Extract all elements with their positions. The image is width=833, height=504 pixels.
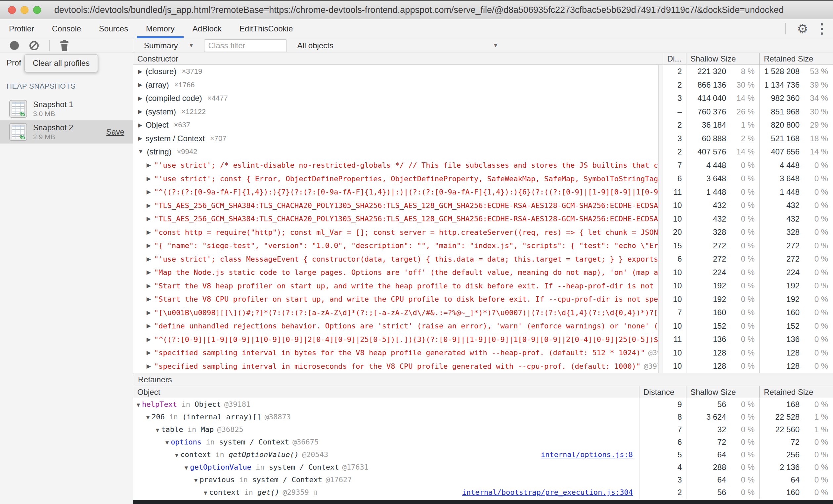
- zoom-window-button[interactable]: [33, 6, 41, 14]
- scrollbar-track[interactable]: [658, 293, 663, 306]
- scrollbar-track[interactable]: [658, 92, 663, 105]
- minimize-window-button[interactable]: [21, 6, 28, 14]
- close-window-button[interactable]: [8, 6, 16, 14]
- scrollbar-track[interactable]: [658, 239, 663, 253]
- table-row[interactable]: ▶"TLS_AES_256_GCM_SHA384:TLS_CHACHA20_PO…: [133, 199, 833, 212]
- table-row[interactable]: ▶"specified sampling interval in bytes f…: [133, 346, 833, 360]
- collapse-icon[interactable]: ▼: [137, 402, 140, 408]
- tab-profiler[interactable]: Profiler: [0, 19, 43, 38]
- column-header-distance[interactable]: Di...: [663, 53, 686, 65]
- table-row[interactable]: ▶"specified sampling interval in microse…: [133, 359, 833, 373]
- retainer-row[interactable]: ▼table in Map@368257320 %22 5601 %: [133, 423, 833, 436]
- class-filter-input[interactable]: [204, 39, 287, 52]
- snapshot-item[interactable]: %Snapshot 13.0 MB: [0, 97, 133, 120]
- table-row[interactable]: ▶"^((?:[0-9]|[1-9][0-9]|1[0-9][0-9]|2[0-…: [133, 333, 833, 346]
- tab-sources[interactable]: Sources: [90, 19, 137, 38]
- perspective-select[interactable]: Summary: [144, 41, 178, 50]
- expand-icon[interactable]: ▶: [138, 68, 142, 75]
- clear-all-profiles-button[interactable]: [29, 40, 39, 51]
- retainer-row[interactable]: ▼206 in (internal array)[]@3887383 6240 …: [133, 411, 833, 423]
- table-row[interactable]: ▶"const http = require("http"); const ml…: [133, 225, 833, 239]
- table-row[interactable]: ▶"define unhandled rejections behavior. …: [133, 319, 833, 333]
- table-row[interactable]: ▶(system)×12122–760 37626 %851 96830 %: [133, 105, 833, 119]
- collapse-icon[interactable]: ▼: [156, 427, 159, 433]
- more-options-menu-icon[interactable]: [819, 22, 825, 36]
- table-row[interactable]: ▶(closure)×37192221 3208 %1 528 20853 %: [133, 65, 833, 78]
- expand-icon[interactable]: ▶: [138, 81, 142, 88]
- retainer-row[interactable]: ▼previous in system / Context@176273640 …: [133, 474, 833, 486]
- expand-icon[interactable]: ▶: [138, 95, 142, 102]
- record-heap-snapshot-button[interactable]: [10, 41, 19, 50]
- table-row[interactable]: ▶"Start the V8 CPU profiler on start up,…: [133, 293, 833, 306]
- column-header-distance[interactable]: Distance: [639, 386, 686, 398]
- retainer-row[interactable]: ▼context in getOptionValue()@20543intern…: [133, 449, 833, 461]
- settings-gear-icon[interactable]: ⚙: [797, 23, 808, 35]
- expand-icon[interactable]: ▶: [146, 215, 151, 222]
- table-row[interactable]: ▶"Start the V8 heap profiler on start up…: [133, 279, 833, 293]
- scrollbar-track[interactable]: [658, 225, 663, 239]
- scrollbar-track[interactable]: [658, 145, 663, 159]
- table-row[interactable]: ▶"TLS_AES_256_GCM_SHA384:TLS_CHACHA20_PO…: [133, 212, 833, 226]
- table-row[interactable]: ▶"^((?:(?:[0-9a-fA-F]{1,4}):){7}(?:(?:[0…: [133, 186, 833, 199]
- retainer-row[interactable]: ▼getOptionValue in system / Context@1763…: [133, 461, 833, 474]
- expand-icon[interactable]: ▶: [138, 108, 142, 115]
- collapse-icon[interactable]: ▼: [194, 477, 197, 483]
- column-header-shallow-size[interactable]: Shallow Size: [686, 386, 759, 398]
- tab-editthiscookie[interactable]: EditThisCookie: [231, 19, 302, 38]
- expand-icon[interactable]: ▶: [146, 363, 151, 370]
- expand-icon[interactable]: ▶: [146, 189, 151, 195]
- expand-icon[interactable]: ▶: [146, 336, 151, 343]
- scrollbar-track[interactable]: [658, 65, 663, 78]
- retainer-row[interactable]: ▼helpText in Object@391819560 %1680 %: [133, 398, 833, 411]
- scrollbar-track[interactable]: [658, 346, 663, 360]
- snapshot-item[interactable]: %Snapshot 22.9 MBSave: [0, 120, 133, 144]
- scrollbar-track[interactable]: [658, 132, 663, 145]
- scrollbar-track[interactable]: [658, 333, 663, 346]
- expand-icon[interactable]: ▶: [138, 122, 142, 129]
- expand-icon[interactable]: ▶: [146, 296, 151, 303]
- scrollbar-track[interactable]: [658, 78, 663, 92]
- expand-icon[interactable]: ▶: [146, 269, 151, 276]
- retainers-section-title[interactable]: Retainers: [133, 373, 833, 386]
- table-row[interactable]: ▶"{ "name": "siege-test", "version": "1.…: [133, 239, 833, 253]
- expand-icon[interactable]: ▶: [146, 256, 151, 263]
- partially-visible-selected-row[interactable]: [133, 500, 833, 504]
- scrollbar-track[interactable]: [658, 252, 663, 266]
- scrollbar-track[interactable]: [658, 212, 663, 226]
- expand-icon[interactable]: ▶: [146, 349, 151, 356]
- expand-icon[interactable]: ▶: [146, 309, 151, 316]
- scrollbar-track[interactable]: [658, 266, 663, 280]
- table-row[interactable]: ▼(string)×99422407 57614 %407 65614 %: [133, 145, 833, 159]
- column-header-shallow-size[interactable]: Shallow Size: [686, 53, 759, 65]
- expand-icon[interactable]: ▶: [146, 283, 151, 289]
- tab-memory[interactable]: Memory: [137, 19, 184, 38]
- table-row[interactable]: ▶Object×637236 1841 %820 80029 %: [133, 118, 833, 132]
- expand-icon[interactable]: ▶: [146, 175, 151, 182]
- collapse-icon[interactable]: ▼: [185, 464, 188, 471]
- scrollbar-track[interactable]: [658, 279, 663, 293]
- scrollbar-track[interactable]: [658, 172, 663, 186]
- table-row[interactable]: ▶(compiled code)×44773414 04014 %982 360…: [133, 92, 833, 105]
- scrollbar-track[interactable]: [658, 118, 663, 132]
- tab-adblock[interactable]: AdBlock: [184, 19, 231, 38]
- source-location-link[interactable]: internal/bootstrap/pre_execution.js:304: [462, 488, 639, 496]
- expand-icon[interactable]: ▶: [146, 242, 151, 249]
- scrollbar-track[interactable]: [658, 319, 663, 333]
- table-row[interactable]: ▶"'use strict'; class MessageEvent { con…: [133, 252, 833, 266]
- table-row[interactable]: ▶"[\u001B\u009B][[\]()#;?]*(?:(?:(?:[a-z…: [133, 306, 833, 319]
- trash-icon[interactable]: [60, 40, 69, 51]
- save-link[interactable]: Save: [106, 127, 124, 137]
- scrollbar-track[interactable]: [658, 186, 663, 199]
- scrollbar-track[interactable]: [658, 359, 663, 373]
- collapse-icon[interactable]: ▼: [175, 452, 178, 458]
- retainer-row[interactable]: ▼context in get()@29359 ▯internal/bootst…: [133, 486, 833, 499]
- table-row[interactable]: ▶"Map the Node.js static code to large p…: [133, 266, 833, 280]
- collapse-icon[interactable]: ▼: [138, 148, 144, 155]
- column-header-object[interactable]: Object: [133, 386, 639, 398]
- column-header-constructor[interactable]: Constructor: [133, 53, 663, 65]
- source-location-link[interactable]: internal/options.js:8: [541, 451, 639, 459]
- table-row[interactable]: ▶(array)×17662866 13630 %1 134 73639 %: [133, 78, 833, 92]
- expand-icon[interactable]: ▶: [146, 162, 151, 169]
- scrollbar-track[interactable]: [658, 306, 663, 319]
- expand-icon[interactable]: ▶: [138, 135, 142, 142]
